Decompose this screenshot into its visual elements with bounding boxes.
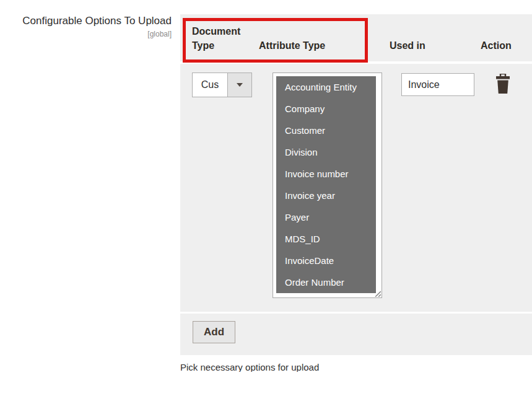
field-note: Pick necessary options for upload [180, 362, 319, 372]
column-header-attribute-type: Attribute Type [259, 39, 390, 61]
field-label-block: Configurable Options To Upload [global] [0, 15, 172, 38]
field-label: Configurable Options To Upload [0, 15, 172, 27]
attribute-type-option[interactable]: MDS_ID [276, 228, 376, 250]
add-button[interactable]: Add [193, 321, 235, 343]
attribute-type-option[interactable]: Customer [276, 120, 376, 141]
options-panel: Document Type Attribute Type Used in Act… [180, 14, 532, 355]
column-header-action: Action [481, 39, 532, 61]
trash-icon [495, 74, 511, 94]
used-in-input[interactable] [401, 73, 474, 96]
document-type-select-value: Cus [193, 73, 227, 97]
column-header-used-in: Used in [390, 39, 481, 61]
field-scope-badge: [global] [0, 30, 172, 38]
attribute-type-multiselect[interactable]: Accounting EntityCompanyCustomerDivision… [273, 73, 382, 298]
delete-row-button[interactable] [494, 73, 512, 95]
column-header-document-type: Document Type [180, 25, 259, 61]
attribute-type-option[interactable]: InvoiceDate [276, 250, 376, 271]
document-type-select[interactable]: Cus [192, 73, 252, 97]
table-header-row: Document Type Attribute Type Used in Act… [180, 14, 532, 64]
attribute-type-option[interactable]: Division [276, 141, 376, 163]
chevron-down-icon [237, 83, 243, 87]
document-type-select-arrow[interactable] [227, 73, 251, 97]
attribute-type-option[interactable]: Invoice year [276, 185, 376, 206]
attribute-type-option[interactable]: Order Number [276, 271, 376, 293]
page: Configurable Options To Upload [global] … [0, 0, 532, 396]
row-separator [180, 312, 532, 314]
resize-grip-icon[interactable] [373, 289, 381, 297]
attribute-type-option[interactable]: Invoice number [276, 163, 376, 185]
attribute-type-option[interactable]: Accounting Entity [276, 76, 376, 98]
attribute-type-options: Accounting EntityCompanyCustomerDivision… [276, 76, 376, 293]
attribute-type-option[interactable]: Company [276, 98, 376, 120]
attribute-type-option[interactable]: Payer [276, 206, 376, 228]
